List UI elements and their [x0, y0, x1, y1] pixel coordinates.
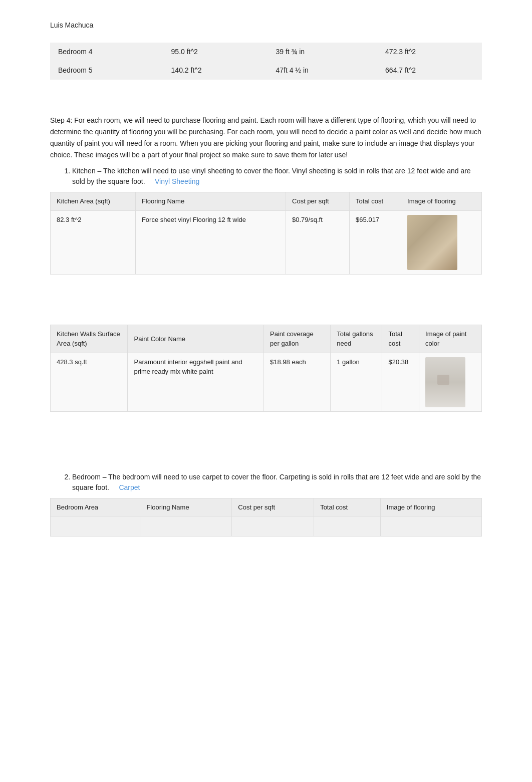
table-row: Bedroom 5 140.2 ft^2 47ft 4 ½ in 664.7 f… [50, 61, 482, 80]
author-name: Luis Machuca [50, 20, 482, 31]
coverage-value: $18.98 each [264, 353, 331, 411]
col-total-cost: Total cost [314, 498, 381, 516]
col-paint-color: Paint Color Name [128, 325, 264, 353]
col-total-cost: Total cost [350, 192, 401, 211]
kitchen-area-value: 82.3 ft^2 [51, 210, 136, 274]
col-gallons: Total gallons need [331, 325, 382, 353]
col-cost-per-sqft: Cost per sqft [232, 498, 314, 516]
col-coverage: Paint coverage per gallon [264, 325, 331, 353]
paint-image-cell [419, 353, 482, 411]
empty-cell [380, 516, 481, 537]
room-summary-table: Bedroom 4 95.0 ft^2 39 ft ¾ in 472.3 ft^… [50, 43, 482, 80]
total-cost-value: $65.017 [350, 210, 401, 274]
col-flooring-name: Flooring Name [135, 192, 286, 211]
col-kitchen-area: Kitchen Area (sqft) [51, 192, 136, 211]
col-image: Image of flooring [401, 192, 482, 211]
carpet-link[interactable]: Carpet [119, 483, 140, 491]
room-area: 140.2 ft^2 [163, 61, 268, 80]
flooring-image-cell [401, 210, 482, 274]
table-row: 428.3 sq.ft Paramount interior eggshell … [51, 353, 482, 411]
table-row: Bedroom 4 95.0 ft^2 39 ft ¾ in 472.3 ft^… [50, 43, 482, 61]
col-cost-per-sqft: Cost per sqft [286, 192, 350, 211]
table-header-row: Bedroom Area Flooring Name Cost per sqft… [51, 498, 482, 516]
kitchen-flooring-item: Kitchen – The kitchen will need to use v… [72, 166, 482, 187]
room-dimension: 47ft 4 ½ in [268, 61, 377, 80]
step4-text: Step 4: For each room, we will need to p… [50, 115, 482, 161]
empty-cell [314, 516, 381, 537]
cost-per-sqft-value: $0.79/sq.ft [286, 210, 350, 274]
col-walls-area: Kitchen Walls Surface Area (sqft) [51, 325, 128, 353]
empty-cell [232, 516, 314, 537]
vinyl-sheeting-link[interactable]: Vinyl Sheeting [155, 177, 199, 185]
col-flooring-name: Flooring Name [140, 498, 232, 516]
gallons-value: 1 gallon [331, 353, 382, 411]
paint-color-name: Paramount interior eggshell paint and pr… [128, 353, 264, 411]
kitchen-paint-table: Kitchen Walls Surface Area (sqft) Paint … [50, 325, 482, 412]
room-area: 95.0 ft^2 [163, 43, 268, 61]
room-name: Bedroom 5 [50, 61, 163, 80]
table-header-row: Kitchen Walls Surface Area (sqft) Paint … [51, 325, 482, 353]
table-row: 82.3 ft^2 Force sheet vinyl Flooring 12 … [51, 210, 482, 274]
kitchen-flooring-table: Kitchen Area (sqft) Flooring Name Cost p… [50, 192, 482, 275]
bedroom-flooring-item: Bedroom – The bedroom will need to use c… [72, 472, 482, 493]
paint-image [425, 357, 465, 407]
col-paint-image: Image of paint color [419, 325, 482, 353]
room-calc: 664.7 ft^2 [377, 61, 482, 80]
col-image: Image of flooring [380, 498, 481, 516]
room-calc: 472.3 ft^2 [377, 43, 482, 61]
kitchen-flooring-description: Kitchen – The kitchen will need to use v… [72, 167, 471, 185]
paint-total-cost: $20.38 [382, 353, 419, 411]
table-header-row: Kitchen Area (sqft) Flooring Name Cost p… [51, 192, 482, 211]
empty-cell [140, 516, 232, 537]
room-name: Bedroom 4 [50, 43, 163, 61]
flooring-image [407, 215, 457, 270]
flooring-name-value: Force sheet vinyl Flooring 12 ft wide [135, 210, 286, 274]
table-row [51, 516, 482, 537]
col-total-cost: Total cost [382, 325, 419, 353]
room-dimension: 39 ft ¾ in [268, 43, 377, 61]
empty-cell [51, 516, 140, 537]
col-bedroom-area: Bedroom Area [51, 498, 140, 516]
bedroom-flooring-table: Bedroom Area Flooring Name Cost per sqft… [50, 498, 482, 537]
walls-area-value: 428.3 sq.ft [51, 353, 128, 411]
